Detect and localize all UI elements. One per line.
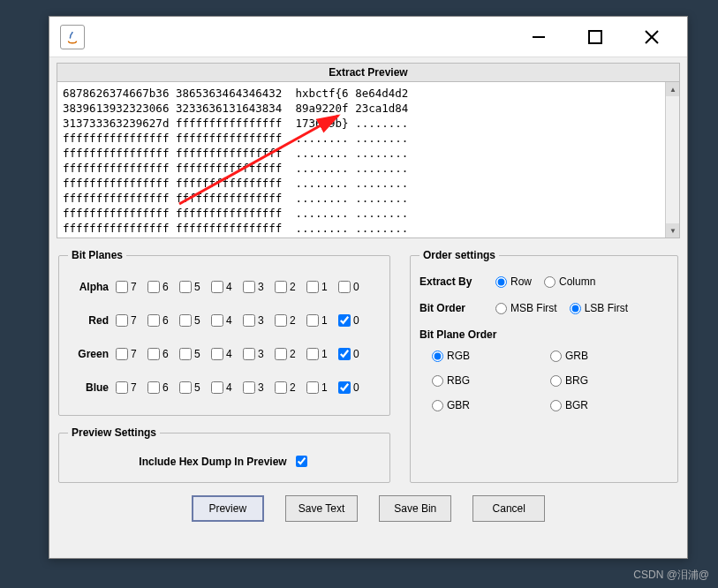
- bit-checkbox-input[interactable]: [116, 348, 128, 360]
- extract-by-label: Extract By: [419, 275, 487, 288]
- minimize-button[interactable]: [510, 17, 567, 57]
- bit-checkbox-input[interactable]: [116, 281, 128, 293]
- bit-checkbox-green-7[interactable]: 7: [116, 348, 147, 360]
- bit-checkbox-alpha-5[interactable]: 5: [179, 281, 211, 293]
- plane-order-option-gbr[interactable]: GBR: [432, 399, 550, 411]
- bit-order-label: Bit Order: [419, 302, 487, 314]
- bit-checkbox-blue-2[interactable]: 2: [275, 381, 306, 394]
- bit-checkbox-input[interactable]: [306, 281, 319, 293]
- bit-checkbox-green-3[interactable]: 3: [243, 348, 275, 360]
- scrollbar[interactable]: ▲ ▼: [665, 82, 679, 237]
- plane-order-option-brg[interactable]: BRG: [550, 374, 669, 387]
- cancel-button[interactable]: Cancel: [472, 495, 545, 522]
- bit-checkbox-input[interactable]: [116, 314, 128, 327]
- radio-input[interactable]: [570, 303, 581, 314]
- radio-input[interactable]: [432, 400, 443, 411]
- bit-checkbox-red-1[interactable]: 1: [306, 314, 338, 327]
- bit-checkbox-red-2[interactable]: 2: [275, 314, 306, 327]
- bit-checkbox-input[interactable]: [306, 348, 319, 360]
- bit-checkbox-input[interactable]: [243, 314, 255, 327]
- extract-by-option-column[interactable]: Column: [544, 275, 595, 288]
- bit-checkbox-input[interactable]: [211, 314, 223, 327]
- bit-order-option-msb-first[interactable]: MSB First: [495, 302, 557, 314]
- bit-checkbox-red-0[interactable]: 0: [338, 314, 370, 327]
- bit-checkbox-blue-5[interactable]: 5: [179, 381, 211, 394]
- extract-by-option-row[interactable]: Row: [495, 275, 532, 288]
- radio-input[interactable]: [495, 303, 507, 314]
- bit-checkbox-green-6[interactable]: 6: [147, 348, 179, 360]
- bit-checkbox-input[interactable]: [306, 381, 319, 394]
- bit-checkbox-alpha-2[interactable]: 2: [275, 281, 306, 293]
- bit-checkbox-input[interactable]: [338, 314, 351, 327]
- radio-input[interactable]: [432, 375, 443, 387]
- bit-checkbox-green-2[interactable]: 2: [275, 348, 306, 360]
- bit-checkbox-red-4[interactable]: 4: [211, 314, 243, 327]
- bit-number-label: 4: [226, 314, 232, 327]
- bit-checkbox-alpha-0[interactable]: 0: [338, 281, 370, 293]
- bit-checkbox-input[interactable]: [147, 281, 160, 293]
- bit-checkbox-green-0[interactable]: 0: [338, 348, 370, 360]
- preview-button[interactable]: Preview: [192, 495, 264, 522]
- bit-checkbox-blue-4[interactable]: 4: [211, 381, 243, 394]
- bit-checkbox-input[interactable]: [147, 348, 160, 360]
- plane-order-option-rgb[interactable]: RGB: [432, 350, 550, 362]
- bit-checkbox-input[interactable]: [338, 348, 351, 360]
- bit-checkbox-green-4[interactable]: 4: [211, 348, 243, 360]
- bit-checkbox-alpha-7[interactable]: 7: [116, 281, 147, 293]
- plane-order-option-bgr[interactable]: BGR: [550, 399, 669, 411]
- bit-checkbox-input[interactable]: [147, 314, 160, 327]
- bit-checkbox-input[interactable]: [147, 381, 160, 394]
- bit-checkbox-alpha-6[interactable]: 6: [147, 281, 179, 293]
- scroll-up-icon[interactable]: ▲: [666, 82, 680, 96]
- bit-checkbox-input[interactable]: [275, 314, 287, 327]
- plane-order-option-rbg[interactable]: RBG: [432, 374, 550, 387]
- bit-checkbox-blue-7[interactable]: 7: [116, 381, 147, 394]
- bit-checkbox-alpha-1[interactable]: 1: [306, 281, 338, 293]
- bit-checkbox-input[interactable]: [243, 381, 255, 394]
- bit-checkbox-input[interactable]: [243, 348, 255, 360]
- bit-checkbox-alpha-3[interactable]: 3: [243, 281, 275, 293]
- maximize-button[interactable]: [567, 17, 624, 57]
- close-button[interactable]: [624, 17, 680, 57]
- bit-checkbox-blue-6[interactable]: 6: [147, 381, 179, 394]
- bit-checkbox-input[interactable]: [211, 281, 223, 293]
- bit-checkbox-input[interactable]: [179, 281, 192, 293]
- scroll-down-icon[interactable]: ▼: [666, 223, 680, 237]
- bit-checkbox-red-7[interactable]: 7: [116, 314, 147, 327]
- bit-checkbox-input[interactable]: [179, 381, 192, 394]
- save-bin-button[interactable]: Save Bin: [379, 495, 451, 522]
- bit-checkbox-input[interactable]: [179, 348, 192, 360]
- bit-checkbox-green-5[interactable]: 5: [179, 348, 211, 360]
- radio-input[interactable]: [544, 276, 556, 288]
- radio-input[interactable]: [495, 276, 507, 288]
- bit-checkbox-red-6[interactable]: 6: [147, 314, 179, 327]
- radio-input[interactable]: [550, 375, 562, 387]
- radio-input[interactable]: [550, 400, 562, 411]
- bit-checkbox-input[interactable]: [211, 348, 223, 360]
- bit-checkbox-red-3[interactable]: 3: [243, 314, 275, 327]
- bit-checkbox-input[interactable]: [275, 348, 287, 360]
- bit-checkbox-input[interactable]: [211, 381, 223, 394]
- bit-checkbox-input[interactable]: [243, 281, 255, 293]
- bit-checkbox-input[interactable]: [338, 381, 351, 394]
- bit-checkbox-alpha-4[interactable]: 4: [211, 281, 243, 293]
- bit-checkbox-input[interactable]: [338, 281, 351, 293]
- bit-checkbox-blue-0[interactable]: 0: [338, 381, 370, 394]
- radio-input[interactable]: [550, 351, 562, 362]
- bit-checkbox-input[interactable]: [116, 381, 128, 394]
- bit-checkbox-blue-1[interactable]: 1: [306, 381, 338, 394]
- save-text-button[interactable]: Save Text: [285, 495, 358, 522]
- bit-checkbox-green-1[interactable]: 1: [306, 348, 338, 360]
- bit-checkbox-input[interactable]: [179, 314, 192, 327]
- radio-input[interactable]: [432, 351, 443, 362]
- bit-checkbox-blue-3[interactable]: 3: [243, 381, 275, 394]
- bit-checkbox-input[interactable]: [275, 381, 287, 394]
- bit-checkbox-red-5[interactable]: 5: [179, 314, 211, 327]
- bit-checkbox-input[interactable]: [275, 281, 287, 293]
- radio-label: BGR: [565, 399, 588, 411]
- include-hex-checkbox[interactable]: [296, 456, 307, 467]
- plane-order-option-grb[interactable]: GRB: [550, 350, 669, 362]
- bit-number-label: 1: [321, 314, 328, 327]
- bit-order-option-lsb-first[interactable]: LSB First: [570, 302, 628, 314]
- bit-checkbox-input[interactable]: [306, 314, 319, 327]
